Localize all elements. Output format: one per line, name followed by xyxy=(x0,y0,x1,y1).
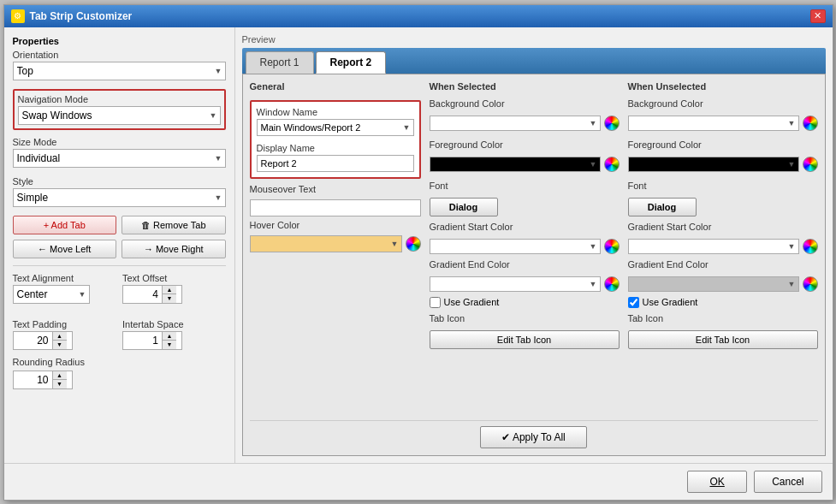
sizemode-label: Size Mode xyxy=(13,137,226,147)
text-padding-up[interactable]: ▲ xyxy=(53,332,67,341)
text-padding-down[interactable]: ▼ xyxy=(53,341,67,349)
orientation-label: Orientation xyxy=(13,50,226,60)
title-bar: ⚙ Tab Strip Customizer ✕ xyxy=(4,5,833,27)
unsel-gradend-colorball[interactable] xyxy=(803,276,818,292)
hover-color-select[interactable] xyxy=(250,235,402,252)
unsel-gradend-drop xyxy=(628,276,799,292)
window-name-wrapper: Main Windows/Report 2 Main Windows/Repor… xyxy=(257,119,414,136)
unsel-edit-icon-button[interactable]: Edit Tab Icon xyxy=(628,330,818,349)
hover-color-ball[interactable] xyxy=(406,236,421,252)
tab-bar: Report 1 Report 2 xyxy=(242,48,826,74)
mouseover-input[interactable] xyxy=(250,199,421,216)
sizemode-select[interactable]: IndividualEqualAuto xyxy=(13,149,226,168)
text-offset-spinner: ▲ ▼ xyxy=(122,285,182,304)
sel-font-button[interactable]: Dialog xyxy=(430,198,498,216)
sel-gradstart-colorball[interactable] xyxy=(604,239,620,254)
unsel-font-button[interactable]: Dialog xyxy=(628,198,697,216)
sel-usegrad-row: Use Gradient xyxy=(430,297,620,308)
sel-bg-drop xyxy=(430,116,601,131)
sel-tabicon-label: Tab Icon xyxy=(430,313,620,323)
tab-report2[interactable]: Report 2 xyxy=(316,51,387,74)
sel-bg-select[interactable] xyxy=(430,116,601,131)
sel-gradend-select[interactable] xyxy=(430,276,601,292)
unsel-gradstart-colorball[interactable] xyxy=(803,239,818,254)
text-offset-down[interactable]: ▼ xyxy=(163,294,176,303)
general-inner-box: Window Name Main Windows/Report 2 Main W… xyxy=(250,100,421,179)
ok-button[interactable]: OK xyxy=(687,471,747,493)
text-offset-group: Text Offset ▲ ▼ xyxy=(122,273,226,312)
unsel-bg-colorball[interactable] xyxy=(803,116,818,131)
sel-gradend-colorball[interactable] xyxy=(604,276,620,292)
rounding-input[interactable] xyxy=(14,372,52,388)
when-unselected-title: When Unselected xyxy=(628,81,818,92)
sel-fg-select[interactable] xyxy=(430,157,601,172)
text-offset-up[interactable]: ▲ xyxy=(163,286,176,294)
text-padding-group: Text Padding ▲ ▼ xyxy=(13,319,116,350)
unsel-gradstart-drop xyxy=(628,239,799,254)
style-wrapper: SimpleGradientFlat xyxy=(13,188,226,207)
style-select[interactable]: SimpleGradientFlat xyxy=(13,188,226,207)
sel-fg-drop xyxy=(430,157,601,172)
unsel-gradend-label: Gradient End Color xyxy=(628,259,818,270)
move-left-button[interactable]: ← Move Left xyxy=(13,240,117,258)
intertab-spinbtns: ▲ ▼ xyxy=(162,332,176,349)
rounding-up[interactable]: ▲ xyxy=(53,371,67,380)
text-offset-input[interactable] xyxy=(123,287,162,302)
rounding-label: Rounding Radius xyxy=(13,357,226,367)
orientation-select[interactable]: TopBottomLeftRight xyxy=(13,62,226,80)
apply-all-button[interactable]: ✔ Apply To All xyxy=(480,426,587,448)
move-row: ← Move Left → Move Right xyxy=(13,240,226,258)
intertab-input[interactable] xyxy=(123,333,162,348)
tab-report1[interactable]: Report 1 xyxy=(246,51,314,74)
general-column: General Window Name Main Windows/Report … xyxy=(250,81,421,412)
unsel-fg-colorball[interactable] xyxy=(803,157,818,172)
move-right-button[interactable]: → Move Right xyxy=(122,240,226,258)
text-padding-input[interactable] xyxy=(14,333,52,348)
unsel-fg-row xyxy=(628,157,818,172)
sel-edit-icon-button[interactable]: Edit Tab Icon xyxy=(430,330,620,349)
sel-usegrad-checkbox[interactable] xyxy=(430,297,441,308)
display-name-label: Display Name xyxy=(257,143,414,153)
sel-fg-colorball[interactable] xyxy=(604,157,620,172)
right-panel: Preview Report 1 Report 2 General Window… xyxy=(235,27,833,463)
unsel-fg-select[interactable] xyxy=(628,157,799,172)
rounding-spinbtns: ▲ ▼ xyxy=(52,371,67,388)
general-label: General xyxy=(250,81,421,92)
tab-columns: General Window Name Main Windows/Report … xyxy=(250,81,818,412)
text-padding-spinbtns: ▲ ▼ xyxy=(52,332,67,349)
intertab-spinner: ▲ ▼ xyxy=(122,331,182,350)
add-tab-button[interactable]: + Add Tab xyxy=(13,216,117,234)
display-name-input[interactable] xyxy=(257,155,414,172)
sel-gradstart-drop xyxy=(430,239,601,254)
sel-font-label: Font xyxy=(430,181,620,191)
cancel-button[interactable]: Cancel xyxy=(754,471,821,493)
rounding-down[interactable]: ▼ xyxy=(53,380,67,388)
left-panel: Properties Orientation TopBottomLeftRigh… xyxy=(4,27,235,463)
unsel-gradstart-label: Gradient Start Color xyxy=(628,222,818,232)
unsel-gradend-select[interactable] xyxy=(628,276,799,292)
sel-gradstart-select[interactable] xyxy=(430,239,601,254)
unsel-bg-drop xyxy=(628,116,799,131)
text-padding-spinner: ▲ ▼ xyxy=(13,331,73,350)
close-button[interactable]: ✕ xyxy=(810,9,826,23)
sel-gradend-drop xyxy=(430,276,601,292)
intertab-down[interactable]: ▼ xyxy=(163,341,176,349)
apply-all-row: ✔ Apply To All xyxy=(250,420,818,448)
unsel-fg-label: Foreground Color xyxy=(628,139,818,150)
unsel-bg-select[interactable] xyxy=(628,116,799,131)
text-align-select[interactable]: CenterLeftRight xyxy=(13,285,90,304)
unsel-usegrad-checkbox[interactable] xyxy=(628,297,639,308)
hover-color-wrap xyxy=(250,235,421,252)
intertab-up[interactable]: ▲ xyxy=(163,332,176,341)
sel-gradend-label: Gradient End Color xyxy=(430,259,620,270)
unsel-usegrad-row: Use Gradient xyxy=(628,297,818,308)
navmode-select[interactable]: Swap WindowsMulti WindowSingle xyxy=(18,106,221,125)
remove-tab-button[interactable]: 🗑 Remove Tab xyxy=(122,216,226,234)
window-title: Tab Strip Customizer xyxy=(30,10,133,22)
unsel-gradstart-select[interactable] xyxy=(628,239,799,254)
sel-gradend-row xyxy=(430,276,620,292)
window-name-select[interactable]: Main Windows/Report 2 Main Windows/Repor… xyxy=(257,119,414,136)
unsel-usegrad-label: Use Gradient xyxy=(643,297,698,307)
unsel-fg-drop xyxy=(628,157,799,172)
sel-bg-colorball[interactable] xyxy=(604,116,620,131)
